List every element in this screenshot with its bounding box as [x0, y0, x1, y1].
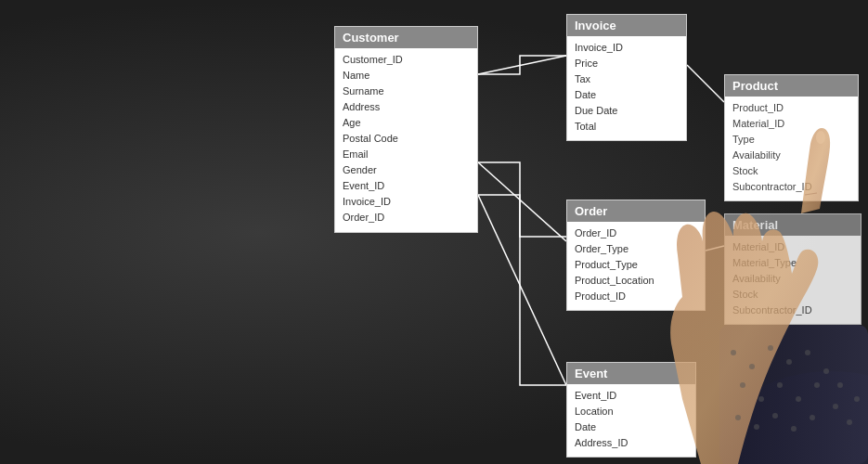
field-customer-name: Name: [343, 68, 470, 84]
svg-point-26: [837, 382, 843, 388]
field-customer-id: Customer_ID: [343, 52, 470, 68]
svg-point-7: [816, 131, 825, 144]
customer-table: Customer Customer_ID Name Surname Addres…: [334, 26, 478, 233]
svg-point-20: [735, 415, 741, 420]
field-customer-postal: Postal Code: [343, 131, 470, 147]
svg-point-17: [777, 382, 783, 388]
svg-point-28: [847, 419, 852, 425]
customer-table-body: Customer_ID Name Surname Address Age Pos…: [335, 48, 477, 232]
field-customer-invoice-id: Invoice_ID: [343, 194, 470, 210]
svg-point-13: [786, 359, 792, 365]
svg-point-27: [833, 404, 838, 409]
svg-point-14: [805, 350, 810, 355]
field-customer-gender: Gender: [343, 162, 470, 178]
customer-table-header: Customer: [335, 27, 477, 48]
svg-point-23: [791, 426, 797, 432]
svg-point-12: [768, 345, 773, 351]
svg-point-21: [754, 424, 759, 430]
svg-point-29: [854, 396, 860, 402]
field-customer-age: Age: [343, 115, 470, 131]
svg-point-11: [749, 364, 755, 369]
field-customer-email: Email: [343, 147, 470, 162]
svg-point-18: [796, 396, 801, 402]
hand-illustration: [571, 0, 868, 464]
svg-point-22: [772, 413, 778, 419]
svg-point-15: [740, 382, 745, 388]
svg-point-16: [758, 396, 764, 402]
field-customer-surname: Surname: [343, 84, 470, 99]
field-customer-order-id: Order_ID: [343, 210, 470, 226]
field-customer-address: Address: [343, 99, 470, 115]
field-customer-event-id: Event_ID: [343, 178, 470, 194]
svg-point-19: [814, 382, 820, 388]
svg-point-25: [823, 368, 829, 374]
svg-point-10: [731, 350, 736, 355]
svg-point-24: [810, 415, 815, 420]
